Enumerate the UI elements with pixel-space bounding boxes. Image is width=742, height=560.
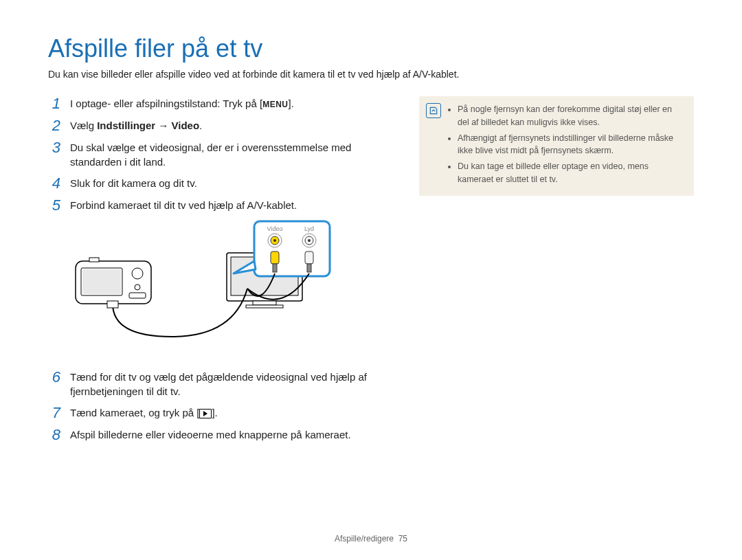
svg-rect-2 [82, 269, 121, 294]
step-1: 1 I optage- eller afspilningstilstand: T… [48, 96, 392, 111]
step-body: Sluk for dit kamera og dit tv. [70, 176, 392, 191]
step-body: Du skal vælge et videosignal, der er i o… [70, 140, 392, 169]
step-body: Vælg Indstillinger → Video. [70, 118, 392, 133]
page-title: Afspille filer på et tv [48, 34, 694, 63]
page-intro: Du kan vise billeder eller afspille vide… [48, 69, 694, 80]
svg-rect-11 [254, 221, 330, 276]
step-number: 3 [48, 140, 60, 169]
step-number: 2 [48, 118, 60, 133]
step-5: 5 Forbind kameraet til dit tv ved hjælp … [48, 198, 392, 213]
notes-column: På nogle fjernsyn kan der forekomme digi… [419, 96, 694, 449]
step-text-post: ]. [289, 98, 294, 109]
svg-rect-5 [129, 293, 146, 298]
step-body: Afspil billederne eller videoerne med kn… [70, 427, 392, 443]
svg-point-17 [308, 239, 311, 242]
diagram-label-audio: Lyd [304, 225, 314, 232]
svg-point-3 [132, 268, 143, 279]
step-number: 1 [48, 96, 60, 111]
step-body: Tænd kameraet, og tryk på []. [70, 405, 392, 421]
step-body: Forbind kameraet til dit tv ved hjælp af… [70, 198, 392, 213]
step-4: 4 Sluk for dit kamera og dit tv. [48, 176, 392, 191]
step-number: 4 [48, 176, 60, 191]
diagram-svg: Video Lyd [69, 220, 344, 357]
note-item: På nogle fjernsyn kan der forekomme digi… [458, 103, 684, 129]
footer-page-number: 75 [398, 534, 407, 544]
step-text-post: . [199, 120, 202, 131]
step-2: 2 Vælg Indstillinger → Video. [48, 118, 392, 133]
step-body: I optage- eller afspilningstilstand: Try… [70, 96, 392, 111]
footer-section: Afspille/redigere [335, 534, 394, 544]
step-number: 7 [48, 405, 60, 421]
playback-icon [199, 409, 212, 418]
svg-point-14 [273, 239, 276, 242]
connector-callout: Video Lyd [234, 221, 330, 276]
step-text-pre: I optage- eller afspilningstilstand: Try… [70, 98, 262, 109]
svg-rect-9 [253, 301, 276, 305]
note-item: Afhængigt af fjernsynets indstillinger v… [458, 132, 684, 158]
note-list: På nogle fjernsyn kan der forekomme digi… [448, 103, 684, 186]
step-number: 5 [48, 198, 60, 213]
svg-rect-6 [89, 258, 99, 262]
manual-page: Afspille filer på et tv Du kan vise bill… [0, 0, 742, 560]
step-text-pre: Vælg [70, 120, 97, 131]
svg-rect-18 [271, 251, 279, 264]
content-columns: 1 I optage- eller afspilningstilstand: T… [48, 96, 694, 449]
step-text-bold: Indstillinger → Video [97, 120, 199, 131]
svg-point-4 [135, 284, 140, 290]
step-3: 3 Du skal vælge et videosignal, der er i… [48, 140, 392, 169]
connection-diagram: Video Lyd [69, 220, 392, 360]
diagram-label-video: Video [267, 225, 283, 232]
svg-rect-19 [273, 264, 277, 272]
menu-button-label: MENU [262, 99, 288, 111]
step-text-pre: Tænd kameraet, og tryk på [ [70, 407, 199, 418]
camera-icon [76, 258, 151, 304]
svg-rect-10 [246, 305, 283, 308]
cable-connector-camera [107, 301, 118, 308]
step-8: 8 Afspil billederne eller videoerne med … [48, 427, 392, 443]
note-box: På nogle fjernsyn kan der forekomme digi… [419, 96, 694, 196]
svg-rect-20 [305, 251, 313, 264]
step-7: 7 Tænd kameraet, og tryk på []. [48, 405, 392, 421]
page-footer: Afspille/redigere 75 [0, 534, 742, 544]
step-number: 6 [48, 370, 60, 399]
step-6: 6 Tænd for dit tv og vælg det pågældende… [48, 370, 392, 399]
svg-rect-21 [307, 264, 311, 272]
step-text-post: ]. [212, 407, 217, 418]
step-body: Tænd for dit tv og vælg det pågældende v… [70, 370, 392, 399]
note-icon [426, 103, 441, 118]
steps-column: 1 I optage- eller afspilningstilstand: T… [48, 96, 392, 449]
step-number: 8 [48, 427, 60, 443]
note-item: Du kan tage et billede eller optage en v… [458, 160, 684, 186]
